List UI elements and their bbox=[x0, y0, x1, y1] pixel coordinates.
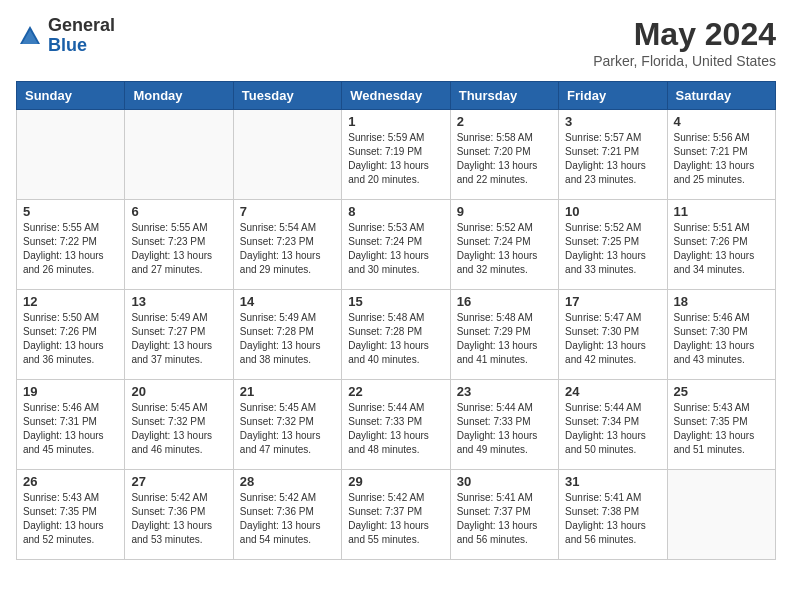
calendar-cell: 31Sunrise: 5:41 AM Sunset: 7:38 PM Dayli… bbox=[559, 470, 667, 560]
logo-blue-text: Blue bbox=[48, 35, 87, 55]
day-number: 29 bbox=[348, 474, 443, 489]
day-info: Sunrise: 5:52 AM Sunset: 7:24 PM Dayligh… bbox=[457, 221, 552, 277]
day-info: Sunrise: 5:52 AM Sunset: 7:25 PM Dayligh… bbox=[565, 221, 660, 277]
calendar-cell: 30Sunrise: 5:41 AM Sunset: 7:37 PM Dayli… bbox=[450, 470, 558, 560]
calendar-cell bbox=[17, 110, 125, 200]
day-info: Sunrise: 5:45 AM Sunset: 7:32 PM Dayligh… bbox=[131, 401, 226, 457]
day-info: Sunrise: 5:46 AM Sunset: 7:30 PM Dayligh… bbox=[674, 311, 769, 367]
day-number: 1 bbox=[348, 114, 443, 129]
day-info: Sunrise: 5:56 AM Sunset: 7:21 PM Dayligh… bbox=[674, 131, 769, 187]
week-row-2: 12Sunrise: 5:50 AM Sunset: 7:26 PM Dayli… bbox=[17, 290, 776, 380]
day-info: Sunrise: 5:44 AM Sunset: 7:33 PM Dayligh… bbox=[348, 401, 443, 457]
title-block: May 2024 Parker, Florida, United States bbox=[593, 16, 776, 69]
day-number: 31 bbox=[565, 474, 660, 489]
day-number: 2 bbox=[457, 114, 552, 129]
day-info: Sunrise: 5:59 AM Sunset: 7:19 PM Dayligh… bbox=[348, 131, 443, 187]
weekday-header-tuesday: Tuesday bbox=[233, 82, 341, 110]
day-info: Sunrise: 5:48 AM Sunset: 7:28 PM Dayligh… bbox=[348, 311, 443, 367]
day-number: 10 bbox=[565, 204, 660, 219]
day-info: Sunrise: 5:42 AM Sunset: 7:37 PM Dayligh… bbox=[348, 491, 443, 547]
weekday-header-monday: Monday bbox=[125, 82, 233, 110]
day-info: Sunrise: 5:55 AM Sunset: 7:23 PM Dayligh… bbox=[131, 221, 226, 277]
calendar-cell: 28Sunrise: 5:42 AM Sunset: 7:36 PM Dayli… bbox=[233, 470, 341, 560]
logo-general-text: General bbox=[48, 15, 115, 35]
calendar-cell: 15Sunrise: 5:48 AM Sunset: 7:28 PM Dayli… bbox=[342, 290, 450, 380]
calendar-cell: 14Sunrise: 5:49 AM Sunset: 7:28 PM Dayli… bbox=[233, 290, 341, 380]
day-number: 15 bbox=[348, 294, 443, 309]
day-number: 13 bbox=[131, 294, 226, 309]
day-number: 8 bbox=[348, 204, 443, 219]
day-info: Sunrise: 5:50 AM Sunset: 7:26 PM Dayligh… bbox=[23, 311, 118, 367]
day-info: Sunrise: 5:57 AM Sunset: 7:21 PM Dayligh… bbox=[565, 131, 660, 187]
day-number: 20 bbox=[131, 384, 226, 399]
day-number: 6 bbox=[131, 204, 226, 219]
calendar-cell: 29Sunrise: 5:42 AM Sunset: 7:37 PM Dayli… bbox=[342, 470, 450, 560]
day-number: 3 bbox=[565, 114, 660, 129]
calendar-cell: 2Sunrise: 5:58 AM Sunset: 7:20 PM Daylig… bbox=[450, 110, 558, 200]
day-number: 12 bbox=[23, 294, 118, 309]
day-number: 26 bbox=[23, 474, 118, 489]
calendar-cell: 24Sunrise: 5:44 AM Sunset: 7:34 PM Dayli… bbox=[559, 380, 667, 470]
calendar-cell: 25Sunrise: 5:43 AM Sunset: 7:35 PM Dayli… bbox=[667, 380, 775, 470]
calendar-cell: 12Sunrise: 5:50 AM Sunset: 7:26 PM Dayli… bbox=[17, 290, 125, 380]
calendar-cell: 20Sunrise: 5:45 AM Sunset: 7:32 PM Dayli… bbox=[125, 380, 233, 470]
calendar-cell: 10Sunrise: 5:52 AM Sunset: 7:25 PM Dayli… bbox=[559, 200, 667, 290]
day-info: Sunrise: 5:47 AM Sunset: 7:30 PM Dayligh… bbox=[565, 311, 660, 367]
calendar-cell bbox=[667, 470, 775, 560]
day-number: 9 bbox=[457, 204, 552, 219]
day-number: 5 bbox=[23, 204, 118, 219]
month-title: May 2024 bbox=[593, 16, 776, 53]
calendar-cell: 23Sunrise: 5:44 AM Sunset: 7:33 PM Dayli… bbox=[450, 380, 558, 470]
day-number: 22 bbox=[348, 384, 443, 399]
logo-icon bbox=[16, 22, 44, 50]
calendar-cell: 27Sunrise: 5:42 AM Sunset: 7:36 PM Dayli… bbox=[125, 470, 233, 560]
day-info: Sunrise: 5:43 AM Sunset: 7:35 PM Dayligh… bbox=[23, 491, 118, 547]
week-row-3: 19Sunrise: 5:46 AM Sunset: 7:31 PM Dayli… bbox=[17, 380, 776, 470]
calendar-cell: 13Sunrise: 5:49 AM Sunset: 7:27 PM Dayli… bbox=[125, 290, 233, 380]
day-info: Sunrise: 5:44 AM Sunset: 7:33 PM Dayligh… bbox=[457, 401, 552, 457]
day-number: 27 bbox=[131, 474, 226, 489]
calendar-cell: 3Sunrise: 5:57 AM Sunset: 7:21 PM Daylig… bbox=[559, 110, 667, 200]
day-number: 4 bbox=[674, 114, 769, 129]
weekday-header-wednesday: Wednesday bbox=[342, 82, 450, 110]
page-header: General Blue May 2024 Parker, Florida, U… bbox=[16, 16, 776, 69]
day-number: 21 bbox=[240, 384, 335, 399]
calendar-cell: 6Sunrise: 5:55 AM Sunset: 7:23 PM Daylig… bbox=[125, 200, 233, 290]
day-info: Sunrise: 5:46 AM Sunset: 7:31 PM Dayligh… bbox=[23, 401, 118, 457]
day-number: 19 bbox=[23, 384, 118, 399]
day-info: Sunrise: 5:51 AM Sunset: 7:26 PM Dayligh… bbox=[674, 221, 769, 277]
calendar-cell: 1Sunrise: 5:59 AM Sunset: 7:19 PM Daylig… bbox=[342, 110, 450, 200]
calendar-cell: 9Sunrise: 5:52 AM Sunset: 7:24 PM Daylig… bbox=[450, 200, 558, 290]
day-info: Sunrise: 5:42 AM Sunset: 7:36 PM Dayligh… bbox=[240, 491, 335, 547]
weekday-header-friday: Friday bbox=[559, 82, 667, 110]
week-row-4: 26Sunrise: 5:43 AM Sunset: 7:35 PM Dayli… bbox=[17, 470, 776, 560]
weekday-header-thursday: Thursday bbox=[450, 82, 558, 110]
day-info: Sunrise: 5:41 AM Sunset: 7:38 PM Dayligh… bbox=[565, 491, 660, 547]
calendar-cell: 21Sunrise: 5:45 AM Sunset: 7:32 PM Dayli… bbox=[233, 380, 341, 470]
calendar-cell: 19Sunrise: 5:46 AM Sunset: 7:31 PM Dayli… bbox=[17, 380, 125, 470]
day-info: Sunrise: 5:49 AM Sunset: 7:28 PM Dayligh… bbox=[240, 311, 335, 367]
day-number: 17 bbox=[565, 294, 660, 309]
calendar-cell: 16Sunrise: 5:48 AM Sunset: 7:29 PM Dayli… bbox=[450, 290, 558, 380]
location-text: Parker, Florida, United States bbox=[593, 53, 776, 69]
calendar-cell: 7Sunrise: 5:54 AM Sunset: 7:23 PM Daylig… bbox=[233, 200, 341, 290]
calendar-table: SundayMondayTuesdayWednesdayThursdayFrid… bbox=[16, 81, 776, 560]
calendar-cell: 8Sunrise: 5:53 AM Sunset: 7:24 PM Daylig… bbox=[342, 200, 450, 290]
day-number: 23 bbox=[457, 384, 552, 399]
calendar-cell: 11Sunrise: 5:51 AM Sunset: 7:26 PM Dayli… bbox=[667, 200, 775, 290]
calendar-cell: 17Sunrise: 5:47 AM Sunset: 7:30 PM Dayli… bbox=[559, 290, 667, 380]
day-info: Sunrise: 5:49 AM Sunset: 7:27 PM Dayligh… bbox=[131, 311, 226, 367]
day-number: 24 bbox=[565, 384, 660, 399]
day-number: 14 bbox=[240, 294, 335, 309]
calendar-cell: 4Sunrise: 5:56 AM Sunset: 7:21 PM Daylig… bbox=[667, 110, 775, 200]
week-row-1: 5Sunrise: 5:55 AM Sunset: 7:22 PM Daylig… bbox=[17, 200, 776, 290]
day-number: 7 bbox=[240, 204, 335, 219]
week-row-0: 1Sunrise: 5:59 AM Sunset: 7:19 PM Daylig… bbox=[17, 110, 776, 200]
day-info: Sunrise: 5:42 AM Sunset: 7:36 PM Dayligh… bbox=[131, 491, 226, 547]
day-info: Sunrise: 5:41 AM Sunset: 7:37 PM Dayligh… bbox=[457, 491, 552, 547]
day-info: Sunrise: 5:43 AM Sunset: 7:35 PM Dayligh… bbox=[674, 401, 769, 457]
day-number: 30 bbox=[457, 474, 552, 489]
weekday-header-sunday: Sunday bbox=[17, 82, 125, 110]
day-number: 11 bbox=[674, 204, 769, 219]
day-info: Sunrise: 5:44 AM Sunset: 7:34 PM Dayligh… bbox=[565, 401, 660, 457]
